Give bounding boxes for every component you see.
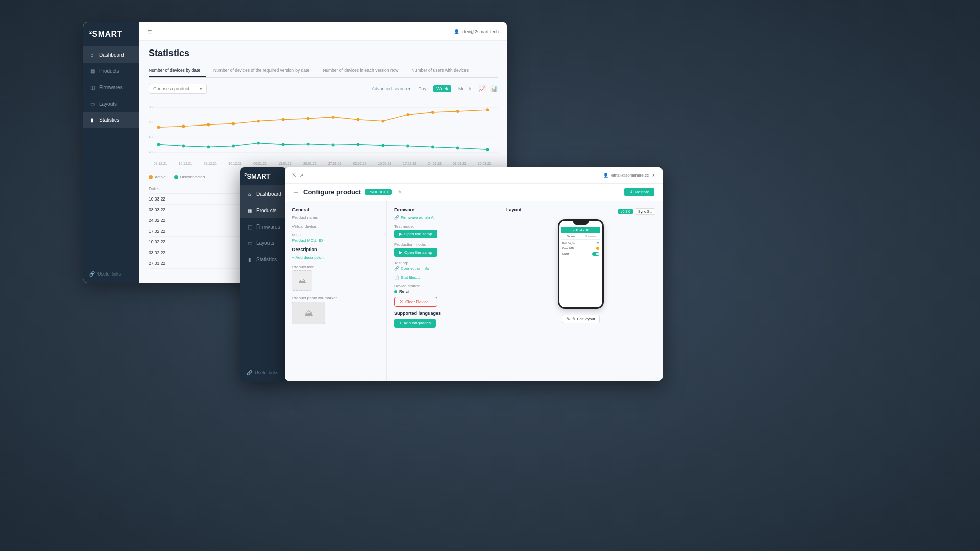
test-mode-label: Test mode: (394, 224, 492, 229)
topbar-left: ⇱ ↗ (292, 172, 303, 178)
svg-point-32 (406, 145, 409, 148)
configure-window: ⇱ ↗ 👤 email@somehere.cc ✕ ← Configure pr… (285, 167, 663, 381)
svg-point-34 (456, 146, 459, 149)
sidebar-item-products[interactable]: ▦ Products (83, 63, 139, 79)
svg-text:10.03.22: 10.03.22 (478, 162, 492, 165)
tab-devices-by-date[interactable]: Number of devices by date (149, 65, 206, 77)
svg-text:20.01.22: 20.01.22 (303, 162, 317, 165)
svg-point-21 (486, 108, 489, 111)
sidebar2-item-statistics[interactable]: ▮ Statistics (240, 251, 286, 267)
svg-point-25 (232, 145, 235, 148)
product-select[interactable]: Choose a product ▾ (149, 84, 207, 94)
advanced-search-link[interactable]: Advanced search ▾ (372, 86, 411, 91)
edit-layout-container: ✎ ✎ Edit layout (506, 312, 655, 323)
sidebar-item-firmwares[interactable]: ◫ Firmwares (83, 79, 139, 95)
svg-point-9 (182, 124, 185, 128)
switch-toggle[interactable] (592, 252, 599, 256)
sidebar2-item-products[interactable]: ▦ Products (240, 202, 286, 218)
menu-icon[interactable]: ≡ (148, 28, 152, 36)
product-photo-upload[interactable]: ⛰ (292, 302, 325, 324)
sidebar2-useful-links[interactable]: 🔗 Useful links (240, 364, 286, 382)
svg-text:03.03.22: 03.03.22 (453, 162, 467, 165)
back-button[interactable]: ← (293, 189, 299, 196)
home-icon: ⌂ (89, 52, 95, 58)
chart-right-controls: Advanced search ▾ Day Week Month 📈 📊 (372, 85, 498, 92)
useful-links[interactable]: 🔗 Useful links (83, 265, 139, 283)
sidebar-item-dashboard[interactable]: ⌂ Dashboard (83, 46, 139, 63)
share-icon[interactable]: ↗ (299, 172, 303, 178)
layout-header: Layout v0.9.0 Sync S... (506, 207, 655, 215)
svg-point-12 (257, 120, 260, 123)
user-email: email@somehere.cc (611, 173, 649, 178)
phone-row-bulb: Bulb Bri., %: 100 (561, 241, 600, 246)
sidebar: 2SMART ⌂ Dashboard ▦ Products ◫ Firmware… (83, 22, 139, 283)
tab-required-version[interactable]: Number of devices of the required versio… (206, 65, 315, 77)
stat-files-link[interactable]: 📄 Stat files... (394, 275, 492, 280)
add-description-btn[interactable]: + Add description (292, 255, 379, 260)
disconnected-legend-dot (174, 175, 178, 179)
tab-users-devices[interactable]: Number of users with devices (405, 65, 475, 77)
bar-chart-icon: ▮ (247, 256, 253, 262)
line-chart-icon[interactable]: 📈 (478, 85, 486, 92)
sidebar2-item-dashboard[interactable]: ⌂ Dashboard (240, 186, 286, 202)
product-select-label: Choose a product (153, 86, 189, 91)
configure-header: ← Configure product PRODUCT 1 ✎ ↺ Restor… (285, 184, 663, 201)
open-the-samp-btn2[interactable]: ▶ Open the samp (394, 248, 437, 257)
sidebar-item-statistics[interactable]: ▮ Statistics (83, 112, 139, 128)
period-week[interactable]: Week (433, 85, 451, 92)
edit-icon[interactable]: ✎ (398, 190, 402, 195)
svg-text:16.12.21: 16.12.21 (179, 162, 192, 165)
add-languages-btn[interactable]: + Add languages (394, 319, 436, 328)
clear-device-btn[interactable]: ✕ Clear Device... (394, 297, 437, 307)
sync-button[interactable]: Sync S... (635, 208, 655, 215)
svg-point-11 (232, 122, 235, 126)
expand-icon[interactable]: ⇱ (292, 172, 296, 178)
layout-icon: ▭ (247, 240, 253, 246)
sidebar-item-label: Layouts (99, 101, 117, 107)
restore-button[interactable]: ↺ Restore (624, 188, 654, 196)
grid-icon: ▦ (89, 68, 95, 74)
svg-text:17.02.22: 17.02.22 (403, 162, 416, 165)
sidebar2-logo: 2SMART (240, 167, 286, 186)
sidebar-item-layouts[interactable]: ▭ Layouts (83, 95, 139, 112)
file-icon: 📄 (394, 275, 399, 280)
period-day[interactable]: Day (415, 85, 429, 92)
mcu-link[interactable]: Product MCU: ID (292, 238, 379, 243)
layout-panel: Layout v0.9.0 Sync S... ← Product UI (499, 201, 663, 381)
svg-point-13 (282, 118, 285, 121)
sidebar2-item-firmwares[interactable]: ◫ Firmwares (240, 218, 286, 235)
upload-icon: ⛰ (298, 276, 306, 285)
svg-point-24 (207, 145, 210, 148)
layout-section-label: Layout (506, 207, 522, 212)
bar-chart-view-icon[interactable]: 📊 (490, 85, 498, 92)
page-title: Statistics (149, 48, 498, 59)
svg-point-20 (456, 110, 459, 113)
svg-point-16 (356, 118, 359, 121)
open-the-samp-btn[interactable]: ▶ Open the samp (394, 230, 437, 238)
firmware-admin-link[interactable]: 🔗 Firmware admin A (394, 215, 492, 220)
close-icon[interactable]: ✕ (652, 173, 655, 178)
svg-point-31 (381, 144, 384, 147)
general-panel: General Product name: Virtual device: MC… (285, 201, 387, 381)
date-cell: 17.02.22 (149, 226, 256, 237)
sidebar2-item-layouts[interactable]: ▭ Layouts (240, 235, 286, 251)
product-icon-upload[interactable]: ⛰ (292, 270, 312, 291)
phone-screen: ← Product UI Sensors Scenarios Bulb Bri.… (559, 225, 602, 259)
tab-version-now[interactable]: Number of devices in each version now (315, 65, 404, 77)
phone-row-color: Color RGB: (561, 246, 600, 251)
product-badge: PRODUCT 1 (365, 189, 391, 195)
play-icon: ▶ (399, 232, 402, 236)
bulb-value: 100 (595, 242, 599, 245)
plus-icon: + (399, 321, 402, 325)
phone-tab-scenarios[interactable]: Scenarios (581, 234, 600, 239)
testing-label: Testing: (394, 261, 492, 265)
product-name-label: Product name: (292, 215, 379, 220)
phone-tab-sensors[interactable]: Sensors (561, 234, 581, 239)
sidebar-item-label: Firmwares (99, 85, 123, 90)
period-month[interactable]: Month (455, 85, 474, 92)
sidebar-window: 2SMART ⌂ Dashboard ▦ Products ◫ Firmware… (240, 167, 286, 382)
edit-layout-button[interactable]: ✎ ✎ Edit layout (562, 315, 599, 323)
connection-info-link[interactable]: 🔗 Connection info (394, 266, 492, 271)
user-info: 👤 dev@2smart.tech (454, 29, 499, 34)
svg-point-33 (431, 145, 434, 148)
